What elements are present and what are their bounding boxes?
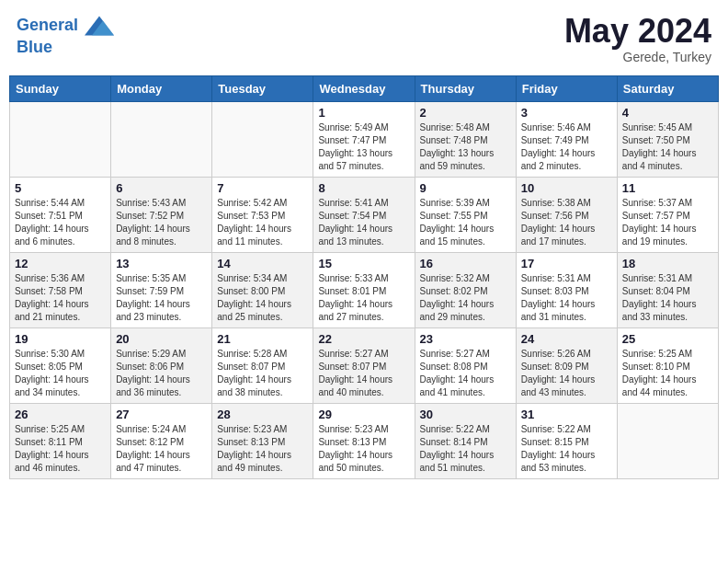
- day-info: Sunrise: 5:42 AMSunset: 7:53 PMDaylight:…: [217, 197, 308, 248]
- weekday-header-friday: Friday: [516, 75, 617, 101]
- day-info: Sunrise: 5:48 AMSunset: 7:48 PMDaylight:…: [420, 121, 511, 173]
- day-number: 21: [217, 332, 308, 346]
- day-number: 10: [521, 181, 612, 195]
- calendar-cell: 25Sunrise: 5:25 AMSunset: 8:10 PMDayligh…: [617, 327, 718, 403]
- location-subtitle: Gerede, Turkey: [564, 50, 711, 64]
- day-number: 15: [318, 257, 409, 270]
- day-info: Sunrise: 5:27 AMSunset: 8:07 PMDaylight:…: [318, 348, 409, 399]
- calendar-cell: 30Sunrise: 5:22 AMSunset: 8:14 PMDayligh…: [415, 403, 516, 478]
- day-number: 23: [420, 332, 511, 346]
- day-info: Sunrise: 5:23 AMSunset: 8:13 PMDaylight:…: [318, 423, 409, 475]
- day-info: Sunrise: 5:24 AMSunset: 8:12 PMDaylight:…: [116, 423, 207, 475]
- week-row-3: 12Sunrise: 5:36 AMSunset: 7:58 PMDayligh…: [10, 252, 719, 327]
- day-number: 6: [116, 181, 207, 195]
- weekday-header-monday: Monday: [111, 75, 212, 101]
- calendar-cell: 13Sunrise: 5:35 AMSunset: 7:59 PMDayligh…: [111, 252, 212, 327]
- page-header: General Blue May 2024 Gerede, Turkey: [9, 9, 719, 68]
- calendar-cell: 24Sunrise: 5:26 AMSunset: 8:09 PMDayligh…: [516, 327, 617, 403]
- title-block: May 2024 Gerede, Turkey: [564, 13, 711, 64]
- day-info: Sunrise: 5:27 AMSunset: 8:08 PMDaylight:…: [420, 348, 511, 399]
- calendar-cell: 6Sunrise: 5:43 AMSunset: 7:52 PMDaylight…: [111, 177, 212, 252]
- day-number: 29: [318, 408, 409, 421]
- week-row-2: 5Sunrise: 5:44 AMSunset: 7:51 PMDaylight…: [10, 177, 719, 252]
- day-info: Sunrise: 5:34 AMSunset: 8:00 PMDaylight:…: [217, 272, 308, 324]
- day-number: 2: [420, 106, 511, 120]
- calendar-cell: 5Sunrise: 5:44 AMSunset: 7:51 PMDaylight…: [10, 177, 111, 252]
- calendar-cell: [617, 403, 718, 478]
- day-number: 4: [622, 106, 713, 120]
- calendar-cell: 12Sunrise: 5:36 AMSunset: 7:58 PMDayligh…: [10, 252, 111, 327]
- day-number: 19: [15, 332, 106, 346]
- calendar-cell: 28Sunrise: 5:23 AMSunset: 8:13 PMDayligh…: [212, 403, 313, 478]
- day-number: 13: [116, 257, 207, 270]
- calendar-cell: 1Sunrise: 5:49 AMSunset: 7:47 PMDaylight…: [313, 101, 415, 177]
- day-info: Sunrise: 5:26 AMSunset: 8:09 PMDaylight:…: [521, 348, 612, 399]
- logo: General Blue: [17, 13, 114, 57]
- calendar-cell: 29Sunrise: 5:23 AMSunset: 8:13 PMDayligh…: [313, 403, 415, 478]
- day-info: Sunrise: 5:36 AMSunset: 7:58 PMDaylight:…: [15, 272, 106, 324]
- weekday-header-saturday: Saturday: [617, 75, 718, 101]
- day-number: 12: [15, 257, 106, 270]
- calendar-cell: 23Sunrise: 5:27 AMSunset: 8:08 PMDayligh…: [415, 327, 516, 403]
- day-number: 14: [217, 257, 308, 270]
- day-number: 26: [15, 408, 106, 421]
- day-info: Sunrise: 5:44 AMSunset: 7:51 PMDaylight:…: [15, 197, 106, 248]
- day-number: 1: [318, 106, 409, 120]
- calendar-cell: 18Sunrise: 5:31 AMSunset: 8:04 PMDayligh…: [617, 252, 718, 327]
- day-info: Sunrise: 5:33 AMSunset: 8:01 PMDaylight:…: [318, 272, 409, 324]
- weekday-header-thursday: Thursday: [415, 75, 516, 101]
- day-info: Sunrise: 5:30 AMSunset: 8:05 PMDaylight:…: [15, 348, 106, 399]
- day-info: Sunrise: 5:41 AMSunset: 7:54 PMDaylight:…: [318, 197, 409, 248]
- calendar-cell: 11Sunrise: 5:37 AMSunset: 7:57 PMDayligh…: [617, 177, 718, 252]
- calendar-cell: 31Sunrise: 5:22 AMSunset: 8:15 PMDayligh…: [516, 403, 617, 478]
- day-number: 11: [622, 181, 713, 195]
- day-number: 30: [420, 408, 511, 421]
- day-info: Sunrise: 5:23 AMSunset: 8:13 PMDaylight:…: [217, 423, 308, 475]
- day-number: 22: [318, 332, 409, 346]
- day-info: Sunrise: 5:49 AMSunset: 7:47 PMDaylight:…: [318, 121, 409, 173]
- calendar-cell: 4Sunrise: 5:45 AMSunset: 7:50 PMDaylight…: [617, 101, 718, 177]
- calendar-cell: 8Sunrise: 5:41 AMSunset: 7:54 PMDaylight…: [313, 177, 415, 252]
- day-info: Sunrise: 5:35 AMSunset: 7:59 PMDaylight:…: [116, 272, 207, 324]
- calendar-cell: 9Sunrise: 5:39 AMSunset: 7:55 PMDaylight…: [415, 177, 516, 252]
- day-info: Sunrise: 5:39 AMSunset: 7:55 PMDaylight:…: [420, 197, 511, 248]
- day-info: Sunrise: 5:45 AMSunset: 7:50 PMDaylight:…: [622, 121, 713, 173]
- day-info: Sunrise: 5:25 AMSunset: 8:11 PMDaylight:…: [15, 423, 106, 475]
- calendar-cell: 3Sunrise: 5:46 AMSunset: 7:49 PMDaylight…: [516, 101, 617, 177]
- calendar-cell: 15Sunrise: 5:33 AMSunset: 8:01 PMDayligh…: [313, 252, 415, 327]
- day-info: Sunrise: 5:31 AMSunset: 8:04 PMDaylight:…: [622, 272, 713, 324]
- day-info: Sunrise: 5:22 AMSunset: 8:15 PMDaylight:…: [521, 423, 612, 475]
- week-row-4: 19Sunrise: 5:30 AMSunset: 8:05 PMDayligh…: [10, 327, 719, 403]
- calendar-cell: [111, 101, 212, 177]
- logo-text: General: [17, 13, 114, 39]
- month-title: May 2024: [564, 13, 711, 50]
- calendar-cell: 17Sunrise: 5:31 AMSunset: 8:03 PMDayligh…: [516, 252, 617, 327]
- day-number: 18: [622, 257, 713, 270]
- weekday-header-sunday: Sunday: [10, 75, 111, 101]
- day-number: 8: [318, 181, 409, 195]
- day-info: Sunrise: 5:25 AMSunset: 8:10 PMDaylight:…: [622, 348, 713, 399]
- day-number: 28: [217, 408, 308, 421]
- day-info: Sunrise: 5:22 AMSunset: 8:14 PMDaylight:…: [420, 423, 511, 475]
- day-number: 16: [420, 257, 511, 270]
- day-number: 20: [116, 332, 207, 346]
- weekday-header-row: SundayMondayTuesdayWednesdayThursdayFrid…: [10, 75, 719, 101]
- calendar-cell: [10, 101, 111, 177]
- calendar-cell: 14Sunrise: 5:34 AMSunset: 8:00 PMDayligh…: [212, 252, 313, 327]
- day-info: Sunrise: 5:37 AMSunset: 7:57 PMDaylight:…: [622, 197, 713, 248]
- calendar-cell: 10Sunrise: 5:38 AMSunset: 7:56 PMDayligh…: [516, 177, 617, 252]
- calendar-cell: [212, 101, 313, 177]
- day-info: Sunrise: 5:32 AMSunset: 8:02 PMDaylight:…: [420, 272, 511, 324]
- logo-blue-text: Blue: [17, 39, 114, 57]
- calendar-cell: 19Sunrise: 5:30 AMSunset: 8:05 PMDayligh…: [10, 327, 111, 403]
- day-info: Sunrise: 5:38 AMSunset: 7:56 PMDaylight:…: [521, 197, 612, 248]
- weekday-header-wednesday: Wednesday: [313, 75, 415, 101]
- weekday-header-tuesday: Tuesday: [212, 75, 313, 101]
- calendar-cell: 27Sunrise: 5:24 AMSunset: 8:12 PMDayligh…: [111, 403, 212, 478]
- day-info: Sunrise: 5:43 AMSunset: 7:52 PMDaylight:…: [116, 197, 207, 248]
- calendar-cell: 22Sunrise: 5:27 AMSunset: 8:07 PMDayligh…: [313, 327, 415, 403]
- week-row-1: 1Sunrise: 5:49 AMSunset: 7:47 PMDaylight…: [10, 101, 719, 177]
- day-number: 27: [116, 408, 207, 421]
- calendar-table: SundayMondayTuesdayWednesdayThursdayFrid…: [9, 75, 719, 479]
- day-number: 24: [521, 332, 612, 346]
